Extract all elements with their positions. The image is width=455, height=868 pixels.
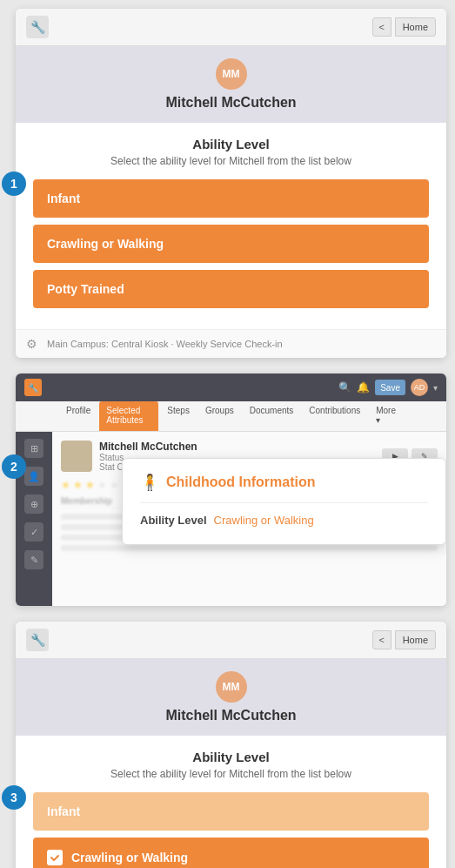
admin-topbar: 🔧 🔍 🔔 Save AD ▾ <box>16 373 446 401</box>
step2-badge: 2 <box>2 454 26 479</box>
person-name-admin: Mitchell McCutchen <box>99 441 375 453</box>
childhood-modal: 🧍 Childhood Information Ability Level Cr… <box>122 458 446 545</box>
step3-badge: 3 <box>2 785 26 810</box>
home-button-3[interactable]: Home <box>395 630 436 649</box>
ability-level-subtitle: Select the ability level for Mitchell fr… <box>33 155 429 167</box>
tab-contributions[interactable]: Contributions <box>302 401 367 431</box>
panel3: 🔧 < Home MM Mitchell McCutchen Ability L… <box>16 622 446 868</box>
home-button[interactable]: Home <box>395 17 436 37</box>
modal-title: Childhood Information <box>166 474 316 490</box>
modal-title-row: 🧍 Childhood Information <box>140 473 428 492</box>
option-infant-3[interactable]: Infant <box>33 792 429 831</box>
tab-profile[interactable]: Profile <box>59 401 97 431</box>
search-icon[interactable]: 🔍 <box>338 381 351 394</box>
avatar: MM <box>216 58 247 90</box>
panel3-topbar: 🔧 < Home <box>16 622 446 659</box>
ability-level-title: Ability Level <box>33 137 429 151</box>
ability-level-subtitle-3: Select the ability level for Mitchell fr… <box>33 768 429 780</box>
admin-logo-icon: 🔧 <box>24 379 42 396</box>
dropdown-icon[interactable]: ▾ <box>433 383 438 393</box>
nav-home-icon[interactable]: ⊞ <box>24 439 43 458</box>
tab-more[interactable]: More ▾ <box>369 401 403 431</box>
ability-level-label: Ability Level <box>140 514 207 527</box>
option-potty[interactable]: Potty Trained <box>33 270 429 308</box>
star5: ★ <box>110 479 119 491</box>
wrench-icon: 🔧 <box>26 16 49 38</box>
admin-topbar-actions: 🔍 🔔 Save AD ▾ <box>338 379 438 396</box>
panel2: 🔧 🔍 🔔 Save AD ▾ Profile Selected Attribu… <box>16 373 446 606</box>
bell-icon[interactable]: 🔔 <box>357 381 370 394</box>
admin-tabs: Profile Selected Attributes Steps Groups… <box>16 401 446 432</box>
bottombar-text: Main Campus: Central Kiosk · Weekly Serv… <box>47 339 283 349</box>
wrench-icon-3: 🔧 <box>26 629 49 651</box>
ability-level-title-3: Ability Level <box>33 750 429 764</box>
save-button[interactable]: Save <box>375 380 405 395</box>
admin-content: Mitchell McCutchen Status Stat Contact ▶… <box>52 432 446 606</box>
gear-icon: ⚙ <box>26 337 40 351</box>
star2: ★ <box>73 479 83 491</box>
back-button-3[interactable]: < <box>372 630 391 649</box>
step2-container: 2 🔧 🔍 🔔 Save AD ▾ Profile Selected Attri… <box>9 373 446 606</box>
nav-people-icon[interactable]: 👤 <box>24 467 43 486</box>
ability-level-value: Crawling or Walking <box>214 514 314 527</box>
panel1-bottombar: ⚙ Main Campus: Central Kiosk · Weekly Se… <box>16 329 446 358</box>
tab-steps[interactable]: Steps <box>160 401 197 431</box>
tab-groups[interactable]: Groups <box>198 401 241 431</box>
fake-line-4 <box>61 545 438 551</box>
avatar-3: MM <box>216 671 247 703</box>
panel1: 🔧 < Home MM Mitchell McCutchen Ability L… <box>16 9 446 358</box>
crawling-label: Crawling or Walking <box>71 851 188 865</box>
step3-container: 3 🔧 < Home MM Mitchell McCutchen Ability… <box>9 622 446 868</box>
nav-groups-icon[interactable]: ⊕ <box>24 495 43 514</box>
step1-badge: 1 <box>2 172 26 196</box>
star1: ★ <box>61 479 70 491</box>
option-crawling-3[interactable]: Crawling or Walking <box>33 838 429 868</box>
panel3-avatar-section: MM Mitchell McCutchen <box>16 659 446 736</box>
option-crawling[interactable]: Crawling or Walking <box>33 225 429 263</box>
star3: ★ <box>85 479 95 491</box>
person-name: Mitchell McCutchen <box>28 95 434 111</box>
back-button[interactable]: < <box>372 17 391 37</box>
person-photo <box>61 441 92 472</box>
modal-field-row: Ability Level Crawling or Walking <box>140 514 428 527</box>
panel1-nav: < Home <box>372 17 436 37</box>
panel1-avatar-section: MM Mitchell McCutchen <box>16 46 446 123</box>
nav-edit-icon[interactable]: ✎ <box>24 550 43 569</box>
panel1-content: Ability Level Select the ability level f… <box>16 123 446 329</box>
nav-checkin-icon[interactable]: ✓ <box>24 522 43 542</box>
checkmark-icon <box>47 850 63 865</box>
modal-divider <box>140 502 428 503</box>
tab-documents[interactable]: Documents <box>243 401 301 431</box>
panel3-nav: < Home <box>372 630 436 649</box>
panel1-topbar: 🔧 < Home <box>16 9 446 46</box>
tab-selected-attributes[interactable]: Selected Attributes <box>99 401 158 431</box>
panel3-content: Ability Level Select the ability level f… <box>16 736 446 868</box>
childhood-icon: 🧍 <box>140 473 159 492</box>
step1-container: 1 🔧 < Home MM Mitchell McCutchen Ability… <box>9 9 446 358</box>
person-name-3: Mitchell McCutchen <box>28 708 434 723</box>
star4: ★ <box>97 479 107 491</box>
admin-main: ⊞ 👤 ⊕ ✓ ✎ Mitchell McCutchen Status Stat… <box>16 432 446 606</box>
option-infant[interactable]: Infant <box>33 179 429 218</box>
user-avatar: AD <box>411 379 428 396</box>
